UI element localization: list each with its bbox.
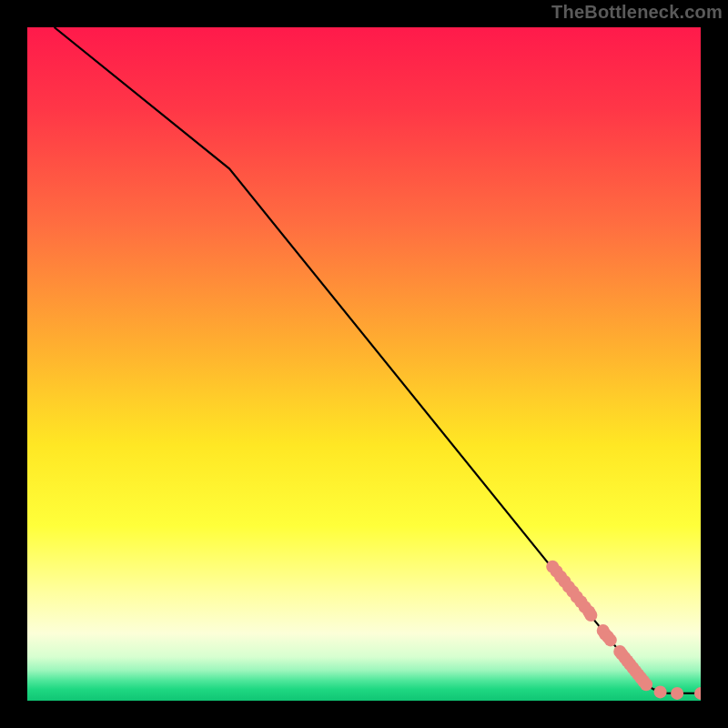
chart-area — [27, 27, 701, 701]
chart-line — [55, 27, 701, 693]
watermark-text: TheBottleneck.com — [551, 2, 723, 23]
chart-marker — [584, 609, 597, 622]
chart-markers — [546, 561, 701, 700]
chart-overlay — [27, 27, 701, 701]
chart-marker — [654, 685, 667, 698]
chart-marker — [640, 678, 652, 691]
chart-marker — [694, 687, 701, 700]
chart-marker — [604, 633, 617, 646]
chart-marker — [671, 687, 683, 700]
